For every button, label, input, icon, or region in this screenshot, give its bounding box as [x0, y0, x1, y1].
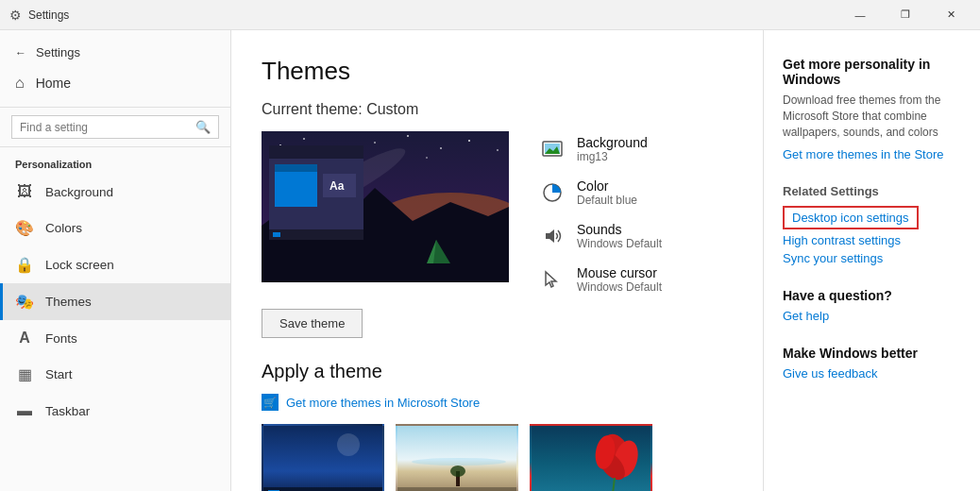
background-prop-name: Background: [577, 135, 648, 150]
sidebar-item-colors[interactable]: 🎨 Colors: [0, 210, 230, 246]
svg-rect-40: [397, 487, 518, 491]
related-settings-title: Related Settings: [783, 184, 961, 198]
svg-marker-30: [546, 229, 554, 243]
page-title: Themes: [262, 57, 733, 86]
theme-thumb-flower[interactable]: [530, 424, 652, 491]
related-settings-section: Related Settings Desktop icon settings H…: [783, 184, 961, 265]
theme-thumb-blue[interactable]: [262, 424, 384, 491]
personality-title: Get more personality in Windows: [783, 57, 961, 87]
svg-point-11: [426, 157, 428, 159]
fonts-icon: A: [15, 330, 34, 347]
theme-preview-row: Aa Background img13: [262, 131, 733, 294]
back-icon: ←: [15, 46, 26, 59]
search-icon: 🔍: [195, 120, 211, 134]
save-theme-button[interactable]: Save theme: [262, 309, 363, 338]
theme-prop-mouse-cursor[interactable]: Mouse cursor Windows Default: [539, 265, 662, 294]
theme-prop-background[interactable]: Background img13: [539, 135, 662, 163]
sidebar: ← Settings ⌂ Home 🔍 Personalization 🖼 Ba…: [0, 30, 231, 491]
svg-rect-18: [269, 145, 363, 159]
sidebar-item-fonts[interactable]: A Fonts: [0, 320, 230, 356]
svg-point-5: [407, 135, 409, 137]
svg-point-6: [440, 147, 442, 149]
question-section: Have a question? Get help: [783, 288, 961, 323]
high-contrast-settings-link[interactable]: High contrast settings: [783, 233, 961, 247]
right-panel: Get more personality in Windows Download…: [763, 30, 980, 491]
mouse-cursor-prop-value: Windows Default: [577, 280, 662, 294]
sidebar-item-themes[interactable]: 🎭 Themes: [0, 283, 230, 320]
sidebar-item-background[interactable]: 🖼 Background: [0, 174, 230, 210]
colors-icon: 🎨: [15, 219, 34, 237]
minimize-button[interactable]: —: [838, 0, 882, 30]
sidebar-item-start[interactable]: ▦ Start: [0, 356, 230, 393]
background-prop-icon: [539, 136, 566, 162]
search-input[interactable]: [20, 121, 195, 134]
svg-rect-34: [263, 487, 384, 491]
better-section: Make Windows better Give us feedback: [783, 346, 961, 381]
theme-prop-sounds[interactable]: Sounds Windows Default: [539, 222, 662, 250]
sidebar-back[interactable]: ← Settings: [0, 38, 230, 67]
color-prop-name: Color: [577, 178, 637, 194]
background-icon: 🖼: [15, 183, 34, 200]
theme-prop-color[interactable]: Color Default blue: [539, 178, 662, 207]
sidebar-item-lock-screen[interactable]: 🔒 Lock screen: [0, 246, 230, 283]
sync-settings-link[interactable]: Sync your settings: [783, 251, 961, 265]
titlebar-controls: — ❐ ✕: [838, 0, 972, 30]
close-button[interactable]: ✕: [929, 0, 972, 30]
svg-marker-31: [546, 272, 556, 287]
personality-desc: Download free themes from the Microsoft …: [783, 93, 961, 140]
ms-store-link-label: Get more themes in Microsoft Store: [286, 396, 480, 410]
current-theme-label: Current theme: Custom: [262, 101, 733, 118]
titlebar: ⚙ Settings — ❐ ✕: [0, 0, 980, 30]
theme-props: Background img13 Color Default blue: [539, 131, 662, 294]
theme-thumbnails: [262, 424, 733, 491]
content-area: Themes Current theme: Custom: [231, 30, 763, 491]
better-title: Make Windows better: [783, 346, 961, 361]
get-help-link[interactable]: Get help: [783, 309, 961, 323]
sidebar-item-themes-label: Themes: [45, 295, 92, 309]
desktop-icon-settings-link[interactable]: Desktop icon settings: [783, 206, 919, 229]
themes-icon: 🎭: [15, 293, 34, 311]
svg-rect-25: [273, 232, 280, 237]
get-more-themes-link[interactable]: Get more themes in the Store: [783, 147, 961, 161]
search-box[interactable]: 🔍: [11, 115, 219, 139]
svg-rect-24: [269, 229, 363, 240]
ms-store-link[interactable]: 🛒 Get more themes in Microsoft Store: [262, 394, 733, 411]
sounds-prop-icon: [539, 223, 566, 249]
svg-rect-32: [263, 426, 384, 491]
apply-theme-title: Apply a theme: [262, 361, 733, 382]
ms-store-icon: 🛒: [262, 394, 279, 411]
home-icon: ⌂: [15, 75, 25, 92]
titlebar-title: Settings: [28, 8, 838, 22]
svg-text:Aa: Aa: [329, 179, 345, 193]
svg-point-8: [497, 149, 498, 151]
theme-thumb-beach[interactable]: [396, 424, 518, 491]
sidebar-search: 🔍: [0, 108, 230, 147]
sidebar-item-start-label: Start: [45, 367, 73, 381]
color-prop-icon: [539, 179, 566, 206]
sidebar-item-background-label: Background: [45, 185, 113, 199]
sounds-prop-name: Sounds: [577, 222, 662, 237]
svg-point-2: [303, 138, 305, 140]
svg-point-37: [412, 458, 506, 466]
sidebar-item-lock-screen-label: Lock screen: [45, 258, 114, 272]
color-prop-value: Default blue: [577, 194, 637, 207]
sounds-prop-value: Windows Default: [577, 237, 662, 250]
feedback-link[interactable]: Give us feedback: [783, 366, 961, 381]
sidebar-item-taskbar[interactable]: ▬ Taskbar: [0, 393, 230, 429]
settings-icon: ⚙: [8, 8, 23, 23]
mouse-cursor-prop-icon: [539, 266, 566, 293]
lock-screen-icon: 🔒: [15, 256, 34, 274]
sidebar-item-taskbar-label: Taskbar: [45, 404, 90, 418]
mouse-cursor-prop-name: Mouse cursor: [577, 265, 662, 280]
sidebar-home[interactable]: ⌂ Home: [0, 67, 230, 99]
theme-preview-image: Aa: [262, 131, 509, 282]
svg-point-7: [468, 140, 470, 142]
question-title: Have a question?: [783, 288, 961, 303]
svg-point-33: [337, 433, 360, 456]
personality-section: Get more personality in Windows Download…: [783, 57, 961, 161]
maximize-button[interactable]: ❐: [884, 0, 927, 30]
sidebar-nav-top: ← Settings ⌂ Home: [0, 30, 230, 108]
svg-point-39: [450, 466, 465, 477]
taskbar-icon: ▬: [15, 402, 34, 419]
background-prop-value: img13: [577, 150, 648, 163]
